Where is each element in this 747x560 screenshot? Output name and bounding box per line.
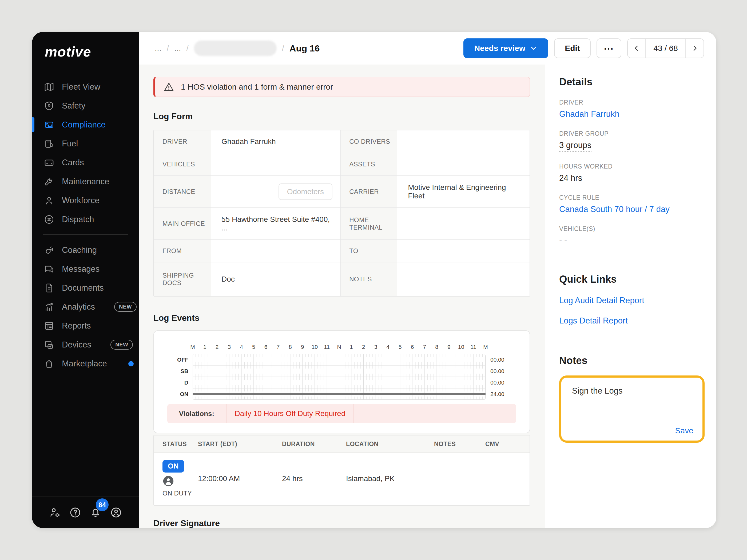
form-value-carrier: Motive Internal & Engineering Fleet xyxy=(397,176,530,208)
odometers-button[interactable]: Odometers xyxy=(279,184,333,200)
sidebar-item-cards[interactable]: Cards xyxy=(32,153,139,172)
sidebar-item-fleet-view[interactable]: Fleet View xyxy=(32,77,139,96)
sidebar-item-devices[interactable]: DevicesNEW xyxy=(32,335,139,354)
sidebar: motive Fleet ViewSafetyComplianceFuelCar… xyxy=(32,32,139,528)
quick-link-log-audit-detail-report[interactable]: Log Audit Detail Report xyxy=(559,296,704,305)
violation-item[interactable]: Daily 10 Hours Off Duty Required xyxy=(227,404,354,423)
axis-tick-label: N xyxy=(337,344,341,350)
form-value-to xyxy=(397,240,530,262)
alert-text: 1 HOS violation and 1 form & manner erro… xyxy=(181,82,333,91)
detail-value-dotted[interactable]: 3 groups xyxy=(559,140,591,152)
divider xyxy=(559,343,704,343)
column-header-location: LOCATION xyxy=(346,441,434,448)
form-label-shipping-docs: SHIPPING DOCS xyxy=(154,262,211,296)
detail-value[interactable]: Canada South 70 hour / 7 day xyxy=(559,205,704,214)
sidebar-item-coaching[interactable]: Coaching xyxy=(32,241,139,260)
sidebar-item-dispatch[interactable]: Dispatch xyxy=(32,210,139,229)
axis-tick-label: 10 xyxy=(312,344,318,350)
form-label-driver: DRIVER xyxy=(154,130,211,153)
sidebar-item-reports[interactable]: Reports xyxy=(32,316,139,335)
quick-links-title: Quick Links xyxy=(559,274,704,285)
needs-review-button[interactable]: Needs review xyxy=(463,38,548,58)
sidebar-item-messages[interactable]: Messages xyxy=(32,260,139,278)
chart-row-totals: 00.0000.0000.0024.00 xyxy=(486,354,516,400)
notifications-icon[interactable]: 84 xyxy=(89,506,102,519)
detail-field-driver: DRIVERGhadah Farrukh xyxy=(559,99,704,119)
notification-dot-icon xyxy=(128,361,134,366)
details-fields: DRIVERGhadah FarrukhDRIVER GROUP3 groups… xyxy=(559,99,704,245)
axis-tick-label: 3 xyxy=(374,344,377,350)
violations-bar: Violations: Daily 10 Hours Off Duty Requ… xyxy=(167,404,516,423)
status-label: ON DUTY xyxy=(162,489,192,497)
row-total-sb: 00.00 xyxy=(486,365,516,377)
breadcrumb-item: Aug 16 xyxy=(289,43,319,54)
prev-page-button[interactable] xyxy=(628,39,645,58)
notes-value: Sign the Logs xyxy=(572,386,692,396)
detail-value: 3 groups xyxy=(559,140,704,152)
events-table-row[interactable]: ON ON DUTY 12:00:00 AM 24 hrs Islamabad,… xyxy=(154,453,530,505)
form-label-notes: NOTES xyxy=(340,262,397,296)
notification-count-badge: 84 xyxy=(96,499,109,511)
sidebar-item-documents[interactable]: Documents xyxy=(32,278,139,297)
topbar-actions: Needs review Edit ... 43 / 68 xyxy=(463,38,704,58)
workforce-icon xyxy=(44,195,54,206)
sidebar-item-label: Workforce xyxy=(62,196,100,205)
sidebar-item-safety[interactable]: Safety xyxy=(32,96,139,115)
sidebar-item-analytics[interactable]: AnalyticsNEW xyxy=(32,297,139,316)
breadcrumb-item[interactable]: ... xyxy=(174,44,181,53)
notes-title: Notes xyxy=(559,355,704,366)
body-row: 1 HOS violation and 1 form & manner erro… xyxy=(139,64,716,528)
sidebar-item-label: Compliance xyxy=(62,120,106,130)
detail-label: CYCLE RULE xyxy=(559,194,704,201)
location-cell: Islamabad, PK xyxy=(346,460,434,497)
log-events-title: Log Events xyxy=(153,313,530,323)
save-note-button[interactable]: Save xyxy=(675,426,693,435)
form-label-from: FROM xyxy=(154,240,211,262)
form-value-vehicles xyxy=(211,153,340,176)
sidebar-item-maintenance[interactable]: Maintenance xyxy=(32,172,139,191)
sidebar-item-marketplace[interactable]: Marketplace xyxy=(32,354,139,373)
marketplace-icon xyxy=(44,358,54,369)
help-icon[interactable] xyxy=(69,506,81,519)
detail-value[interactable]: Ghadah Farrukh xyxy=(559,109,704,119)
driver-signature-title: Driver Signature xyxy=(153,518,530,528)
column-header-status: STATUS xyxy=(154,441,198,448)
form-label-home-terminal: HOME TERMINAL xyxy=(340,208,397,240)
sidebar-item-workforce[interactable]: Workforce xyxy=(32,191,139,210)
next-page-button[interactable] xyxy=(686,39,703,58)
axis-tick-label: 8 xyxy=(289,344,292,350)
chevron-left-icon xyxy=(633,45,640,52)
axis-tick-label: 8 xyxy=(435,344,438,350)
sidebar-item-fuel[interactable]: Fuel xyxy=(32,134,139,153)
form-label-carrier: CARRIER xyxy=(340,176,397,208)
breadcrumb-item[interactable]: ... xyxy=(155,44,161,53)
column-header-cmv: CMV xyxy=(485,441,530,448)
detail-value: 24 hrs xyxy=(559,174,704,183)
fleet-view-icon xyxy=(44,82,54,92)
motive-logo[interactable]: motive xyxy=(45,44,139,60)
dispatch-icon xyxy=(44,214,54,225)
chart-x-axis: M1234567891011N1234567891011M xyxy=(192,344,486,352)
axis-tick-label: 5 xyxy=(398,344,402,350)
detail-label: VEHICLE(S) xyxy=(559,225,704,233)
notes-cell xyxy=(434,460,485,497)
cmv-cell xyxy=(485,460,530,497)
user-settings-icon[interactable] xyxy=(49,506,61,519)
sidebar-item-compliance[interactable]: Compliance xyxy=(32,115,139,134)
sidebar-item-label: Fleet View xyxy=(62,82,100,92)
topbar: .../...//Aug 16 Needs review Edit ... 43… xyxy=(139,32,716,64)
more-options-button[interactable]: ... xyxy=(596,38,621,58)
notes-textarea[interactable]: Sign the Logs Save xyxy=(559,375,704,443)
quick-link-logs-detail-report[interactable]: Logs Detail Report xyxy=(559,316,704,326)
detail-label: DRIVER GROUP xyxy=(559,130,704,137)
pagination: 43 / 68 xyxy=(627,38,704,58)
safety-icon xyxy=(44,101,54,111)
sidebar-item-label: Reports xyxy=(62,321,91,331)
edit-button[interactable]: Edit xyxy=(554,38,591,58)
start-cell: 12:00:00 AM xyxy=(198,460,282,497)
chevron-down-icon xyxy=(530,44,538,52)
form-label-to: TO xyxy=(340,240,397,262)
account-icon[interactable] xyxy=(110,506,122,519)
sidebar-item-label: Messages xyxy=(62,264,100,274)
breadcrumb-redacted-item xyxy=(194,41,277,56)
